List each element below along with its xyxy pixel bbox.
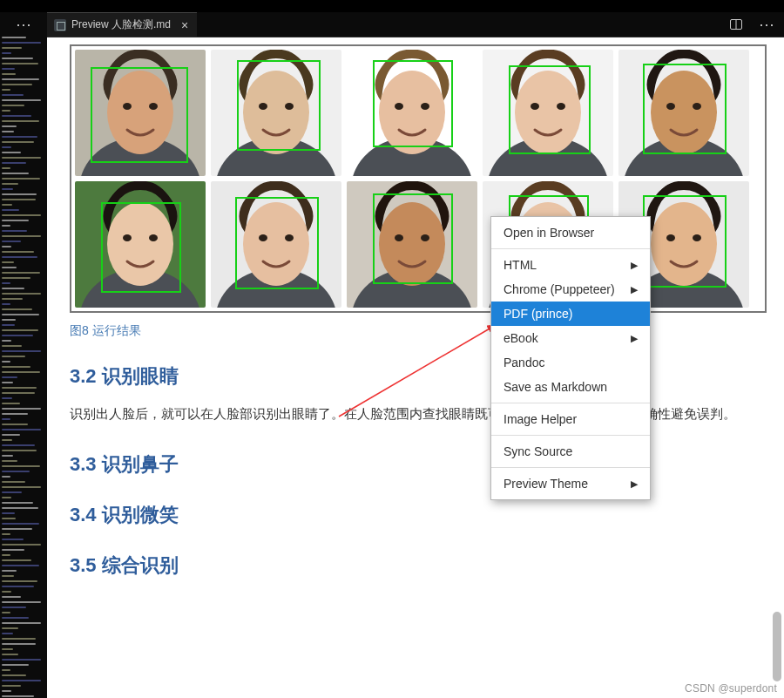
chevron-right-icon: ▶ xyxy=(631,260,638,271)
face-cell-4 xyxy=(618,50,749,176)
title-bar xyxy=(0,0,784,12)
detection-box xyxy=(643,64,727,154)
menu-item-label: Chrome (Puppeteer) xyxy=(504,282,615,296)
menu-item-preview-theme[interactable]: Preview Theme▶ xyxy=(491,471,650,496)
menu-item-chrome-puppeteer[interactable]: Chrome (Puppeteer)▶ xyxy=(491,277,650,302)
chevron-right-icon: ▶ xyxy=(631,478,638,490)
scrollbar-thumb[interactable] xyxy=(773,612,781,681)
face-cell-1 xyxy=(211,50,341,176)
tab-file-icon xyxy=(54,19,66,31)
watermark: CSDN @superdont xyxy=(685,682,777,695)
heading-3-2: 3.2 识别眼睛 xyxy=(70,363,767,390)
menu-separator xyxy=(491,403,650,403)
detection-box xyxy=(237,60,321,151)
detection-box xyxy=(509,65,591,154)
face-cell-7 xyxy=(347,181,477,308)
menu-item-pdf-prince[interactable]: PDF (prince) xyxy=(491,302,650,326)
menu-item-label: Preview Theme xyxy=(504,477,588,491)
heading-3-4: 3.4 识别微笑 xyxy=(70,502,767,528)
menu-item-label: HTML xyxy=(504,258,537,272)
menu-item-html[interactable]: HTML▶ xyxy=(491,253,650,277)
detection-box xyxy=(643,195,727,288)
menu-separator xyxy=(491,467,650,468)
menu-separator xyxy=(491,248,650,249)
tab-bar-spacer xyxy=(197,12,723,37)
heading-3-3: 3.3 识别鼻子 xyxy=(70,451,767,478)
menu-item-save-as-markdown[interactable]: Save as Markdown xyxy=(491,375,650,399)
menu-item-label: Pandoc xyxy=(504,356,544,369)
chevron-right-icon: ▶ xyxy=(631,333,638,344)
context-menu[interactable]: Open in BrowserHTML▶Chrome (Puppeteer)▶P… xyxy=(490,216,651,500)
paragraph-3-2: 识别出人脸后，就可以在人脸部识别出眼睛了。在人脸范围内查找眼睛既可以提高效率也可… xyxy=(70,402,767,427)
figure-frame xyxy=(70,44,767,313)
overflow-left-button[interactable]: ⋯ xyxy=(0,12,47,37)
menu-item-label: Image Helper xyxy=(504,412,577,426)
detection-box xyxy=(91,67,188,163)
menu-item-sync-source[interactable]: Sync Source xyxy=(491,439,650,464)
vertical-scrollbar[interactable] xyxy=(773,37,781,695)
detection-box xyxy=(235,197,319,289)
figure-caption: 图8 运行结果 xyxy=(70,323,767,339)
menu-item-pandoc[interactable]: Pandoc xyxy=(491,350,650,375)
menu-item-image-helper[interactable]: Image Helper xyxy=(491,407,650,431)
overflow-right-button[interactable]: ⋯ xyxy=(749,12,784,37)
menu-item-label: Open in Browser xyxy=(504,226,594,240)
chevron-right-icon: ▶ xyxy=(631,284,638,295)
detection-box xyxy=(101,202,181,293)
tab-title: Preview 人脸检测.md xyxy=(71,17,171,32)
menu-item-label: Sync Source xyxy=(504,444,572,458)
face-cell-3 xyxy=(483,50,613,176)
detection-box xyxy=(373,193,453,284)
face-cell-2 xyxy=(347,50,477,176)
tab-bar: ⋯ Preview 人脸检测.md × ⋯ xyxy=(0,12,784,37)
tab-close-button[interactable]: × xyxy=(179,18,190,32)
menu-item-open-in-browser[interactable]: Open in Browser xyxy=(491,220,650,245)
detection-box xyxy=(373,60,453,147)
menu-item-label: eBook xyxy=(504,331,538,345)
menu-item-label: PDF (prince) xyxy=(504,307,572,321)
document: 图8 运行结果 3.2 识别眼睛 识别出人脸后，就可以在人脸部识别出眼睛了。在人… xyxy=(70,37,767,591)
faces-grid xyxy=(75,50,761,308)
window-root: { "tab": { "title": "Preview 人脸检测.md", "… xyxy=(0,0,784,698)
heading-3-5: 3.5 综合识别 xyxy=(70,552,767,579)
menu-separator xyxy=(491,435,650,436)
split-editor-icon[interactable] xyxy=(723,12,749,37)
preview-pane[interactable]: 图8 运行结果 3.2 识别眼睛 识别出人脸后，就可以在人脸部识别出眼睛了。在人… xyxy=(47,37,784,698)
tab-preview[interactable]: Preview 人脸检测.md × xyxy=(47,12,197,37)
minimap-content xyxy=(2,37,45,698)
face-cell-5 xyxy=(75,181,206,308)
menu-item-ebook[interactable]: eBook▶ xyxy=(491,326,650,350)
minimap[interactable] xyxy=(0,37,47,698)
face-cell-0 xyxy=(75,50,206,176)
menu-item-label: Save as Markdown xyxy=(504,380,607,394)
face-cell-6 xyxy=(211,181,341,308)
